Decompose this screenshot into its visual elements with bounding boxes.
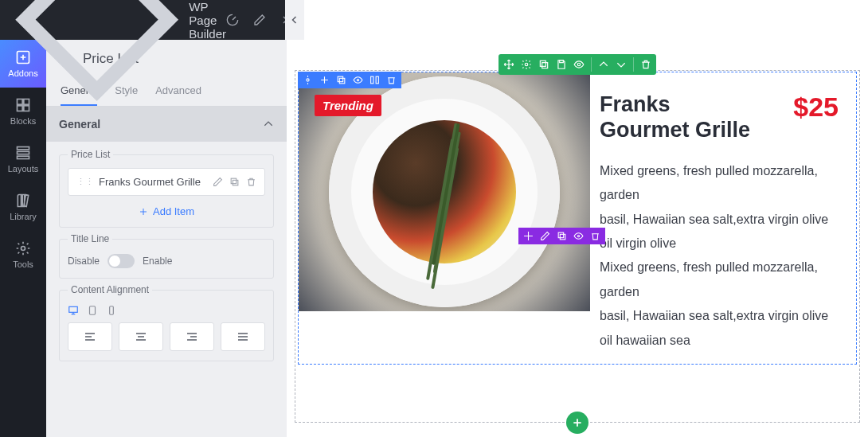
svg-rect-13 [110, 306, 114, 315]
speed-icon[interactable] [226, 14, 239, 26]
trash-icon[interactable] [590, 231, 600, 241]
svg-point-18 [577, 63, 581, 66]
gear-icon [15, 240, 31, 256]
eye-icon[interactable] [573, 231, 584, 241]
copy-icon[interactable] [557, 231, 567, 241]
align-center-icon [135, 330, 147, 343]
tablet-icon[interactable] [87, 305, 98, 316]
plus-icon[interactable] [319, 75, 330, 85]
align-left-icon [84, 330, 96, 343]
svg-point-8 [22, 247, 25, 251]
library-icon [15, 193, 31, 209]
edit-icon[interactable] [540, 231, 550, 241]
chevron-left-icon [290, 15, 299, 25]
svg-rect-17 [560, 60, 564, 63]
dish-text-column: Franks Gourmet Grille $25 Mixed greens, … [590, 72, 856, 364]
svg-rect-6 [18, 151, 29, 154]
save-icon[interactable] [556, 59, 567, 70]
plus-icon [139, 207, 148, 217]
align-justify-button[interactable] [221, 322, 265, 351]
svg-rect-24 [376, 76, 378, 84]
move-icon[interactable] [523, 231, 534, 241]
pencil-icon[interactable] [213, 177, 223, 187]
svg-rect-9 [233, 180, 238, 185]
grip-icon[interactable]: ⋮⋮ [76, 177, 94, 187]
copy-icon[interactable] [538, 59, 549, 70]
app-topbar: WP Page Builder [0, 0, 304, 40]
chevron-down-icon[interactable] [616, 59, 627, 70]
desktop-icon[interactable] [68, 305, 79, 316]
align-justify-icon [237, 330, 249, 343]
columns-icon[interactable] [369, 75, 380, 85]
rail-library[interactable]: Library [0, 183, 46, 231]
dish-price: $25 [793, 92, 839, 123]
move-icon[interactable] [503, 59, 514, 70]
svg-rect-4 [24, 106, 29, 111]
align-right-button[interactable] [170, 322, 214, 351]
price-list-group: Price List ⋮⋮ Franks Gourmet Grille Add … [59, 154, 274, 228]
align-right-icon [186, 330, 198, 343]
align-left-button[interactable] [68, 322, 112, 351]
trash-icon[interactable] [640, 59, 651, 70]
svg-rect-3 [18, 106, 23, 111]
preview-canvas: Trending Franks Gourmet Grille $25 Mixed… [287, 0, 868, 437]
svg-rect-7 [18, 156, 29, 158]
logo-icon [11, 0, 182, 106]
svg-rect-15 [542, 63, 548, 68]
eye-icon[interactable] [353, 75, 363, 85]
eye-icon[interactable] [573, 59, 585, 70]
svg-point-27 [577, 235, 579, 236]
svg-point-19 [307, 79, 309, 81]
gear-icon[interactable] [303, 75, 313, 85]
svg-rect-21 [338, 76, 343, 82]
svg-rect-12 [90, 306, 96, 315]
chevron-up-icon [263, 119, 274, 130]
chevron-up-icon[interactable] [598, 59, 609, 70]
svg-rect-16 [540, 60, 545, 66]
trash-icon[interactable] [246, 177, 256, 187]
copy-icon[interactable] [336, 75, 346, 85]
add-item-button[interactable]: Add Item [68, 205, 265, 217]
svg-rect-10 [231, 178, 237, 184]
rail-tools[interactable]: Tools [0, 231, 46, 279]
title-line-toggle[interactable] [108, 254, 135, 268]
rail-layouts[interactable]: Layouts [0, 135, 46, 183]
title-line-group: Title Line Disable Enable [59, 239, 274, 279]
collapse-panel-button[interactable] [285, 0, 304, 40]
svg-rect-11 [69, 306, 78, 312]
add-section-button[interactable] [566, 412, 588, 434]
mobile-icon[interactable] [106, 305, 117, 316]
price-list-item[interactable]: ⋮⋮ Franks Gourmet Grille [68, 168, 265, 196]
svg-point-22 [357, 79, 358, 80]
column-toolbar [298, 72, 401, 88]
align-center-button[interactable] [119, 322, 163, 351]
svg-rect-20 [339, 78, 345, 84]
price-list-row[interactable]: Trending Franks Gourmet Grille $25 Mixed… [298, 72, 857, 365]
trending-badge: Trending [315, 95, 381, 116]
svg-point-14 [525, 63, 528, 66]
section-toolbar [499, 54, 656, 75]
svg-rect-23 [371, 76, 373, 84]
plus-icon [572, 417, 583, 428]
layouts-icon [15, 145, 31, 161]
dish-description: Mixed greens, fresh pulled mozzarella, g… [600, 159, 839, 353]
addon-toolbar [518, 228, 605, 244]
content-alignment-group: Content Alignment [59, 290, 274, 361]
svg-rect-5 [18, 147, 29, 150]
copy-icon[interactable] [229, 177, 240, 187]
section-general-header[interactable]: General [46, 107, 287, 142]
svg-rect-26 [558, 232, 564, 238]
edit-icon[interactable] [253, 14, 266, 26]
dish-image: Trending [299, 72, 590, 311]
svg-rect-25 [560, 234, 565, 240]
trash-icon[interactable] [386, 75, 397, 85]
dish-title: Franks Gourmet Grille [600, 92, 759, 143]
gear-icon[interactable] [521, 59, 532, 70]
app-title: WP Page Builder [189, 0, 226, 41]
